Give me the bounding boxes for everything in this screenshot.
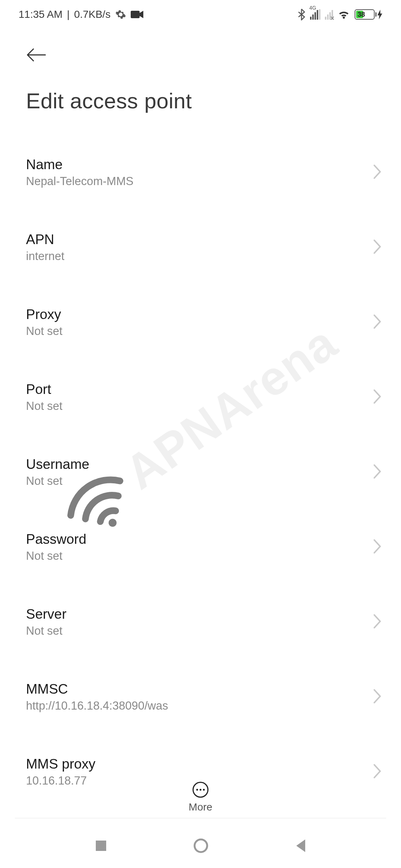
status-net-speed: 0.7KB/s	[74, 9, 111, 20]
status-time: 11:35 AM	[19, 9, 62, 20]
setting-label: Server	[26, 606, 66, 622]
setting-label: Proxy	[26, 307, 62, 322]
nav-back-button[interactable]	[294, 839, 307, 853]
svg-rect-1	[131, 11, 140, 18]
chevron-right-icon	[372, 763, 382, 781]
chevron-right-icon	[372, 463, 382, 481]
svg-point-5	[203, 789, 205, 791]
more-button[interactable]: More	[0, 781, 401, 813]
chevron-right-icon	[372, 613, 382, 631]
setting-row-port[interactable]: Port Not set	[26, 368, 382, 427]
setting-label: MMS proxy	[26, 756, 95, 772]
setting-row-proxy[interactable]: Proxy Not set	[26, 293, 382, 352]
chevron-right-icon	[372, 164, 382, 181]
chevron-right-icon	[372, 313, 382, 331]
setting-label: Port	[26, 382, 62, 397]
arrow-left-icon	[26, 47, 46, 62]
setting-label: Name	[26, 157, 133, 172]
back-button[interactable]	[26, 44, 48, 66]
circle-icon	[193, 838, 209, 854]
nav-home-button[interactable]	[193, 838, 209, 854]
svg-point-7	[195, 839, 207, 852]
setting-label: Username	[26, 457, 89, 472]
svg-point-4	[200, 789, 202, 791]
setting-value: Not set	[26, 474, 89, 488]
signal-badge-4g: 4G	[309, 5, 316, 11]
more-icon	[192, 781, 209, 798]
setting-row-username[interactable]: Username Not set	[26, 443, 382, 502]
chevron-right-icon	[372, 538, 382, 556]
page-title: Edit access point	[26, 88, 382, 113]
chevron-right-icon	[372, 239, 382, 256]
setting-label: Password	[26, 532, 86, 547]
bluetooth-icon	[297, 9, 306, 20]
setting-value: Nepal-Telecom-MMS	[26, 175, 133, 188]
header: Edit access point	[0, 29, 401, 113]
setting-row-name[interactable]: Name Nepal-Telecom-MMS	[26, 143, 382, 202]
setting-value: Not set	[26, 400, 62, 413]
divider	[15, 818, 386, 818]
square-icon	[94, 839, 108, 852]
svg-point-3	[196, 789, 198, 791]
chevron-right-icon	[372, 388, 382, 406]
setting-row-password[interactable]: Password Not set	[26, 517, 382, 577]
settings-list: Name Nepal-Telecom-MMS APN internet Prox…	[0, 113, 401, 802]
signal-nosim	[325, 9, 333, 20]
gear-icon	[115, 9, 126, 20]
battery-percent: 38	[358, 11, 365, 19]
setting-label: MMSC	[26, 681, 168, 697]
setting-row-apn[interactable]: APN internet	[26, 218, 382, 277]
more-label: More	[189, 801, 212, 813]
setting-row-mmsc[interactable]: MMSC http://10.16.18.4:38090/was	[26, 667, 382, 727]
battery-indicator: 38	[355, 9, 382, 20]
signal-4g: 4G	[310, 9, 320, 20]
triangle-left-icon	[294, 839, 307, 853]
setting-row-server[interactable]: Server Not set	[26, 592, 382, 652]
charging-icon	[377, 10, 382, 19]
setting-value: Not set	[26, 325, 62, 338]
setting-label: APN	[26, 232, 64, 247]
camera-icon	[131, 10, 143, 19]
android-navbar	[0, 823, 401, 868]
nav-recent-button[interactable]	[94, 839, 108, 852]
wifi-status-icon	[338, 9, 350, 20]
setting-value: Not set	[26, 624, 66, 638]
statusbar: 11:35 AM | 0.7KB/s 4G 38	[0, 0, 401, 29]
setting-value: Not set	[26, 549, 86, 563]
svg-rect-6	[96, 841, 106, 851]
chevron-right-icon	[372, 688, 382, 706]
setting-value: http://10.16.18.4:38090/was	[26, 699, 168, 713]
setting-value: internet	[26, 250, 64, 263]
